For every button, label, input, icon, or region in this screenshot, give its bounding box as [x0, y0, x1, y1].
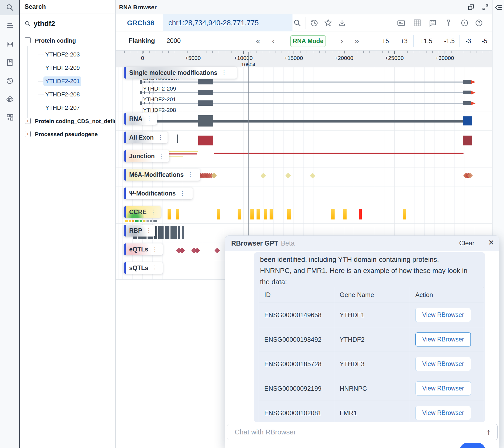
track-header-m6a-modifications[interactable]: M6A-Modifications ⋮: [124, 169, 200, 181]
cloud-data-rail-button[interactable]: [3, 92, 16, 105]
table-view-button[interactable]: [412, 18, 422, 28]
pan-far-left-button[interactable]: «: [252, 35, 264, 47]
chat-input[interactable]: [227, 424, 498, 440]
rbp-binding-site[interactable]: [158, 226, 164, 239]
ccre-element[interactable]: [331, 209, 335, 219]
ccre-element[interactable]: [257, 209, 260, 219]
kebab-menu-icon[interactable]: ⋮: [152, 246, 158, 253]
navigate-button[interactable]: [459, 18, 470, 28]
id-card-view-button[interactable]: [396, 18, 407, 28]
kebab-menu-icon[interactable]: ⋮: [158, 153, 164, 160]
rna-mode-button[interactable]: RNA Mode: [290, 35, 326, 47]
ccre-element[interactable]: [238, 209, 241, 219]
tree-item-transcript-selected[interactable]: YTHDF2-201: [45, 76, 109, 86]
ccre-element[interactable]: [168, 209, 171, 219]
kebab-menu-icon[interactable]: ⋮: [187, 171, 193, 178]
zoom-in-3-button[interactable]: +3: [396, 35, 412, 47]
chat-fab-button[interactable]: [460, 443, 485, 448]
kebab-menu-icon[interactable]: ⋮: [146, 115, 152, 122]
ccre-element[interactable]: [270, 209, 273, 219]
kebab-menu-icon[interactable]: ⋮: [146, 227, 152, 234]
chat-header[interactable]: RBrowser GPT Beta Clear ✕: [225, 236, 499, 251]
coordinate-ruler[interactable]: 0 +5000 +10000 +15000 +20000 +25000 +300…: [116, 51, 492, 67]
transcript-line[interactable]: [140, 82, 463, 83]
view-rbrowser-button[interactable]: View RBrowser: [415, 381, 471, 396]
help-button[interactable]: [474, 18, 484, 28]
view-rbrowser-button[interactable]: View RBrowser: [415, 308, 471, 322]
rna-terminal-block[interactable]: [463, 116, 472, 125]
close-icon[interactable]: ✕: [488, 238, 494, 247]
region-input[interactable]: chr1:28,734,940-28,771,775: [163, 14, 292, 31]
ccre-element-red[interactable]: [359, 209, 362, 219]
tree-item-transcript[interactable]: YTHDF2-203: [45, 50, 109, 59]
kebab-menu-icon[interactable]: ⋮: [157, 134, 163, 141]
zoom-out-5-button[interactable]: -5: [477, 35, 492, 47]
search-input[interactable]: [34, 19, 97, 29]
tree-expander-processed-pseudogene[interactable]: +: [25, 131, 31, 137]
view-rbrowser-button-highlighted[interactable]: View RBrowser: [415, 332, 471, 347]
rna-exon-block[interactable]: [198, 115, 213, 127]
bookmark-rail-button[interactable]: [3, 56, 16, 69]
send-icon[interactable]: ↑: [482, 426, 495, 438]
pan-far-right-button[interactable]: »: [351, 35, 363, 47]
zoom-out-1-5-button[interactable]: -1.5: [441, 35, 458, 47]
search-rail-button[interactable]: [3, 1, 16, 14]
download-button[interactable]: [337, 18, 347, 28]
track-header-rbp[interactable]: RBP ⋮: [124, 225, 155, 237]
comments-button[interactable]: [427, 18, 438, 28]
track-header-all-exon[interactable]: All Exon ⋮: [124, 132, 168, 143]
track-header-sqtls[interactable]: sQTLs ⋮: [124, 262, 163, 274]
tree-item-transcript[interactable]: YTHDF2-209: [45, 63, 109, 73]
apps-rail-button[interactable]: [3, 111, 16, 124]
chat-clear-button[interactable]: Clear: [459, 239, 474, 247]
exon-block[interactable]: [198, 136, 213, 145]
ccre-element[interactable]: [403, 209, 406, 219]
transcript-label[interactable]: YTHDF2-201: [143, 96, 176, 103]
kebab-menu-icon[interactable]: ⋮: [152, 264, 158, 271]
fullscreen-button[interactable]: [480, 2, 491, 13]
ccre-element[interactable]: [264, 209, 267, 219]
track-header-ccre[interactable]: CCRE ⋮: [124, 206, 161, 218]
collapse-panel-button[interactable]: [493, 2, 504, 13]
track-list-rail-button[interactable]: [3, 19, 16, 32]
region-search-button[interactable]: [292, 18, 303, 28]
history-rail-button[interactable]: [3, 74, 16, 87]
track-header-single-molecule-modifications[interactable]: Single molecule modifications ⋮: [124, 67, 237, 79]
track-header-rna[interactable]: RNA ⋮: [124, 113, 157, 125]
track-header-psi-modifications[interactable]: Ψ-Modifications ⋮: [124, 188, 193, 199]
transcript-label[interactable]: YTHDF2-208: [143, 107, 176, 113]
transcript-line[interactable]: [140, 103, 463, 104]
ccre-element[interactable]: [343, 209, 347, 219]
highlight-button[interactable]: [443, 18, 454, 28]
flanking-value[interactable]: 2000: [166, 37, 181, 44]
measure-rail-button[interactable]: [3, 38, 16, 51]
rbp-binding-site[interactable]: [182, 226, 184, 239]
tree-item-transcript[interactable]: YTHDF2-208: [45, 90, 109, 99]
transcript-label[interactable]: YTHDF2-209: [143, 85, 176, 92]
zoom-in-5-button[interactable]: +5: [377, 35, 393, 47]
kebab-menu-icon[interactable]: ⋮: [180, 190, 185, 197]
rbp-binding-site[interactable]: [165, 226, 169, 239]
kebab-menu-icon[interactable]: ⋮: [150, 209, 156, 215]
genome-assembly-label[interactable]: GRCh38: [127, 19, 155, 27]
rna-gene-body[interactable]: [140, 120, 463, 123]
pan-right-button[interactable]: ›: [336, 35, 348, 47]
duplicate-view-button[interactable]: [466, 2, 476, 13]
rbp-binding-site[interactable]: [170, 226, 177, 239]
view-rbrowser-button[interactable]: View RBrowser: [415, 406, 471, 420]
rbp-binding-site[interactable]: [178, 226, 180, 239]
ccre-element[interactable]: [176, 209, 179, 219]
ccre-element[interactable]: [287, 209, 291, 219]
tree-expander-cds-not-defined[interactable]: +: [25, 118, 31, 124]
track-header-junction[interactable]: Junction ⋮: [124, 150, 169, 162]
history-button[interactable]: [309, 18, 320, 28]
view-rbrowser-button[interactable]: View RBrowser: [415, 357, 471, 371]
tree-expander-protein-coding[interactable]: −: [25, 37, 31, 43]
tree-group-cds-not-defined[interactable]: Protein coding_CDS_not_defined: [35, 118, 115, 124]
transcript-line[interactable]: [140, 92, 463, 93]
ccre-element[interactable]: [250, 209, 254, 219]
ccre-element[interactable]: [217, 209, 220, 219]
tree-group-processed-pseudogene[interactable]: Processed pseudogene: [35, 131, 115, 137]
track-header-eqtls[interactable]: eQTLs ⋮: [124, 243, 163, 255]
favorite-button[interactable]: [323, 18, 334, 28]
